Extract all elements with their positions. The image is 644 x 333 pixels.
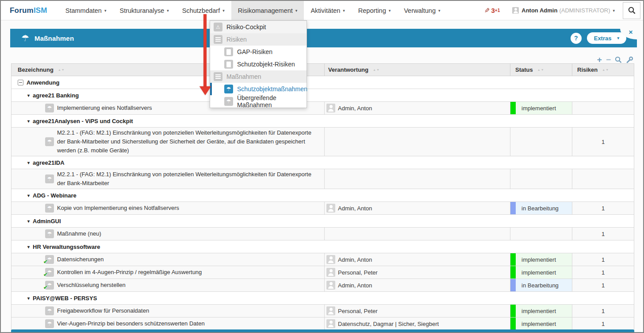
chevron-down-icon: ▾ [295,8,298,13]
page-title: Maßnahmen [34,35,74,42]
nav-item-strukturanalyse[interactable]: Strukturanalyse ▾ [113,1,175,20]
group-label: AdminGUI [33,218,61,225]
edit-count: 3 [491,7,495,14]
nav-item-stammdaten[interactable]: Stammdaten ▾ [59,1,113,20]
status-color-bar [510,305,516,317]
next-panel-header-bar [11,329,634,333]
group-row-anwendung[interactable]: Anwendung [12,76,634,89]
measure-umbrella-icon: ☂ [45,174,54,183]
group-row-hr-verwaltungssoftware[interactable]: ▾HR Verwaltungssoftware [12,240,634,253]
measure-name-cell[interactable]: ☂✔ Kontrollen im 4-Augen-Prinzip / regel… [12,266,324,279]
triangle-down-icon[interactable]: ▾ [27,160,30,165]
column-header-status[interactable]: Status ▲▼ [510,64,572,76]
user-menu[interactable]: Anton Admin (ADMINISTRATOR) ▾ [512,7,615,14]
extras-button[interactable]: Extras ▾ [587,32,626,44]
measure-row[interactable]: ☂✔ Datensicherungen Admin, Anton impleme… [12,253,634,266]
triangle-down-icon[interactable]: ▾ [27,296,30,301]
search-icon [628,6,636,15]
group-row-paisy-web-persys[interactable]: ▾PAISY@WEB - PERSYS [12,292,634,305]
user-name: Anton Admin [521,7,557,14]
measure-name-cell[interactable]: ☂ Kopie von Implementierung eines Notfal… [12,202,324,214]
measure-name-cell[interactable]: ☂ Vier-Augen-Prinzip bei besonders schüt… [12,318,324,330]
group-label: ADG - Webinare [33,192,77,199]
filter-search-button[interactable] [615,56,622,63]
triangle-down-icon[interactable]: ▾ [27,219,30,224]
measure-name: Datensicherungen [57,255,104,264]
user-icon [512,7,519,14]
group-label: PAISY@WEB - PERSYS [33,295,97,302]
status-cell: implementiert [510,318,572,330]
document-icon [224,60,233,69]
triangle-down-icon[interactable]: ▾ [27,244,30,249]
group-row-adg-webinare[interactable]: ▾ADG - Webinare [12,189,634,202]
measure-name: Verschlüsselung herstellen [57,281,126,290]
measure-row[interactable]: ☂ Implementierung eines Notfallservers A… [12,102,634,115]
settings-button[interactable] [626,56,633,64]
measure-name-cell[interactable]: ☂ Maßnahme (neu) [12,228,324,240]
top-navbar: ForumISM Stammdaten ▾Strukturanalyse ▾Sc… [1,1,643,20]
sort-icons[interactable]: ▲▼ [58,68,65,71]
measure-row[interactable]: ☂ Freigabeworkflow für Personaldaten Per… [12,305,634,318]
column-header-verantwortung[interactable]: Verantwortung ▲▼ [324,64,510,76]
measure-row[interactable]: ☂✔ Verschlüsselung herstellen Admin, Ant… [12,279,634,292]
risk-cockpit-icon: ⚠ [214,23,222,31]
status-badge: implementiert [510,266,572,279]
triangle-down-icon[interactable]: ▾ [27,93,30,98]
dropdown-item-gap-risiken[interactable]: GAP-Risiken [210,46,307,58]
responsibility-cell: Admin, Anton [324,202,510,214]
sort-icons[interactable]: ▲▼ [537,68,544,71]
risks-count-cell [572,169,634,189]
measure-row[interactable]: ☂ Kopie von Implementierung eines Notfal… [12,202,634,215]
responsible-person: Admin, Anton [338,105,372,112]
person-icon [326,204,335,213]
status-label: in Bearbeitung [521,282,559,289]
measure-row[interactable]: ☂ M2.2.1 - (FAG: M2.1) Einschränkung von… [12,169,634,189]
sort-icons[interactable]: ▲▼ [373,68,380,71]
nav-item-reporting[interactable]: Reporting ▾ [352,1,397,20]
risks-count-cell: 1 [572,266,634,279]
status-badge: in Bearbeitung [510,279,572,291]
app-logo[interactable]: ForumISM [10,1,47,20]
measure-name-cell[interactable]: ☂ M2.2.1 - (FAG: M2.1) Einschränkung von… [12,169,324,189]
status-label: implementiert [521,321,556,327]
nav-item-aktivitäten[interactable]: Aktivitäten ▾ [304,1,351,20]
measure-name-cell[interactable]: ☂✔ Datensicherungen [12,253,324,266]
edit-count-sup: +1 [495,8,500,13]
nav-item-verwaltung[interactable]: Verwaltung ▾ [397,1,447,20]
status-badge: implementiert [510,102,572,114]
collapse-minus-icon[interactable] [18,80,23,85]
measure-name: Implementierung eines Notfallservers [57,104,152,112]
panel-header: ☂ Maßnahmen ? Extras ▾ ✕ [10,29,637,47]
main-menu: Stammdaten ▾Strukturanalyse ▾Schutzbedar… [59,1,447,20]
dropdown-item-schutzobjekt-risiken[interactable]: Schutzobjekt-Risiken [210,58,307,70]
measure-name-cell[interactable]: ☂ M2.2.1 - (FAG: M2.1) Einschränkung von… [12,128,324,156]
close-icon[interactable]: ✕ [629,29,633,35]
status-cell: in Bearbeitung [510,202,572,214]
group-row-admingui[interactable]: ▾AdminGUI [12,215,634,228]
dropdown-item-label: Risiko-Cockpit [226,23,266,31]
dropdown-item-schutzobjektma-nahmen[interactable]: ☂Schutzobjektmaßnahmen [210,83,307,95]
measure-name-cell[interactable]: ☂ Freigabeworkflow für Personaldaten [12,305,324,317]
dropdown-item-risiko-cockpit[interactable]: ⚠Risiko-Cockpit [210,21,307,33]
search-button[interactable] [623,2,640,19]
sort-icons[interactable]: ▲▼ [602,68,609,71]
column-header-risiken[interactable]: Risiken ▲▼ [572,64,634,76]
open-edits-indicator[interactable]: ✎ 3 +1 [484,7,500,15]
measure-row[interactable]: ☂ Maßnahme (neu)1 [12,228,634,240]
group-row-agree21-banking[interactable]: ▾agree21 Banking [12,89,634,102]
dropdown-item--bergreifende-ma-nahmen[interactable]: ☂Übergreifende Maßnahmen [210,95,307,108]
nav-item-risikomanagement[interactable]: Risikomanagement ▾ [231,1,304,20]
measure-row[interactable]: ☂✔ Kontrollen im 4-Augen-Prinzip / regel… [12,266,634,279]
help-button[interactable]: ? [571,33,582,44]
group-row-agree21ida[interactable]: ▾agree21IDA [12,156,634,169]
measure-name-cell[interactable]: ☂✔ Verschlüsselung herstellen [12,279,324,291]
responsible-person: Admin, Anton [338,282,372,289]
triangle-down-icon[interactable]: ▾ [27,193,30,198]
measure-row[interactable]: ☂ Vier-Augen-Prinzip bei besonders schüt… [12,318,634,330]
measure-name: Maßnahme (neu) [57,229,101,238]
measure-umbrella-icon: ☂ [45,229,54,238]
measure-row[interactable]: ☂ M2.2.1 - (FAG: M2.1) Einschränkung von… [12,128,634,156]
triangle-down-icon[interactable]: ▾ [27,119,30,124]
group-row-agree21analysen-vips-und-cockpit[interactable]: ▾agree21Analysen - ViPS und Cockpit [12,115,634,128]
status-color-bar [510,279,516,291]
